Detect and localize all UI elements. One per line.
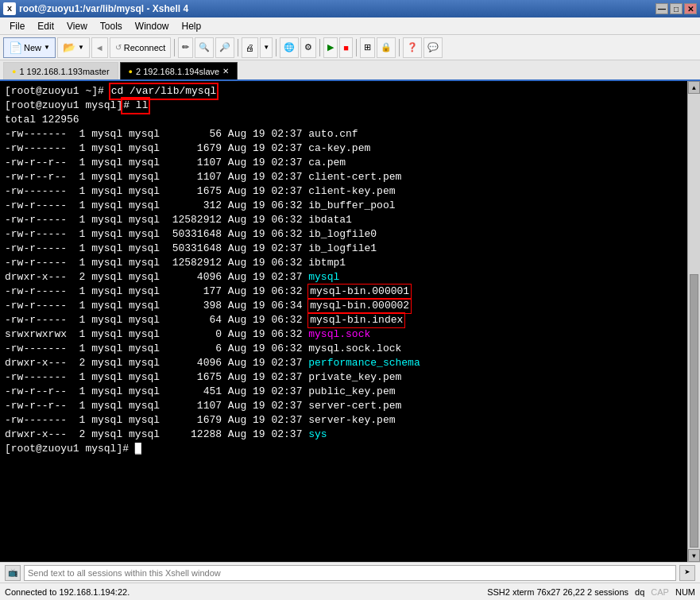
open-button[interactable]: 📂 ▼ <box>57 37 90 58</box>
search-icon: 🔎 <box>219 42 230 52</box>
print-icon: 🖨 <box>246 43 254 52</box>
scrollbar-track <box>688 94 700 549</box>
toolbar-separator-5 <box>356 39 357 56</box>
title-bar-left: X root@zuoyu1:/var/lib/mysql - Xshell 4 <box>3 2 188 15</box>
toolbar-separator-6 <box>399 39 400 56</box>
print-button[interactable]: 🖨 <box>242 37 258 58</box>
zoom-button[interactable]: 🔍 <box>195 37 214 58</box>
send-icon-button[interactable]: 📺 <box>5 565 21 581</box>
connect-icon: ▶ <box>327 42 334 52</box>
lock-icon: 🔒 <box>381 42 392 52</box>
reconnect-button[interactable]: ↺ Reconnect <box>110 37 172 58</box>
back-icon: ◄ <box>95 43 104 52</box>
chat-button[interactable]: 💬 <box>423 37 443 58</box>
connection-status: Connected to 192.168.1.194:22. <box>5 587 130 597</box>
toolbar-separator-3 <box>276 39 277 56</box>
color-icon: 🌐 <box>284 42 295 52</box>
status-bar: Connected to 192.168.1.194:22. SSH2 xter… <box>0 583 700 600</box>
tab-session-2[interactable]: ● 2 192.168.1.194slave ✕ <box>120 62 238 79</box>
toolbar: 📄 New ▼ 📂 ▼ ◄ ↺ Reconnect ✏ 🔍 🔎 🖨 <box>0 35 700 60</box>
window-title: root@zuoyu1:/var/lib/mysql - Xshell 4 <box>19 3 188 14</box>
tab2-close[interactable]: ✕ <box>222 67 229 75</box>
bottom-toolbar: 📺 ➤ <box>0 562 700 583</box>
num-indicator: NUM <box>675 587 695 597</box>
toolbar-separator-2 <box>238 39 238 56</box>
grid-icon: ⊞ <box>364 42 371 52</box>
new-label: New <box>24 43 41 52</box>
toolbar-separator-1 <box>174 39 175 56</box>
toolbar-separator-4 <box>319 39 320 56</box>
title-bar-controls: — □ ✕ <box>656 3 697 14</box>
open-dropdown-arrow: ▼ <box>78 44 84 51</box>
menu-file[interactable]: File <box>3 19 31 33</box>
reconnect-icon: ↺ <box>115 43 122 52</box>
compose-button[interactable]: ✏ <box>178 37 193 58</box>
maximize-button[interactable]: □ <box>670 3 683 14</box>
print-dropdown[interactable]: ▼ <box>260 37 273 58</box>
new-dropdown-arrow: ▼ <box>44 44 50 51</box>
scrollbar-thumb[interactable] <box>690 274 698 548</box>
session-info: SSH2 xterm 76x27 26,22 2 sessions <box>487 587 628 597</box>
menu-help[interactable]: Help <box>176 19 208 33</box>
tab-session-1[interactable]: ● 1 192.168.1.193master <box>3 62 118 79</box>
chat-icon: 💬 <box>427 42 439 52</box>
dq-indicator: dq <box>635 587 644 597</box>
content-area: [root@zuoyu1 ~]# cd /var/lib/mysql [root… <box>0 81 700 562</box>
zoom-icon: 🔍 <box>199 42 210 52</box>
help-button[interactable]: ❓ <box>403 37 422 58</box>
back-button[interactable]: ◄ <box>91 37 108 58</box>
status-right: SSH2 xterm 76x27 26,22 2 sessions dq CAP… <box>487 587 695 597</box>
scrollbar-up[interactable]: ▲ <box>688 81 700 94</box>
minimize-button[interactable]: — <box>656 3 668 14</box>
menu-view[interactable]: View <box>60 19 94 33</box>
settings-icon: ⚙ <box>304 42 312 52</box>
settings-button[interactable]: ⚙ <box>300 37 316 58</box>
menu-window[interactable]: Window <box>129 19 176 33</box>
new-icon: 📄 <box>9 41 21 54</box>
send-arrow-button[interactable]: ➤ <box>679 565 695 581</box>
main-window: X root@zuoyu1:/var/lib/mysql - Xshell 4 … <box>0 0 700 600</box>
help-icon: ❓ <box>407 42 418 52</box>
folder-icon: 📂 <box>63 41 75 54</box>
tab1-indicator: ● <box>12 68 16 75</box>
cap-indicator: CAP <box>651 587 669 597</box>
new-button[interactable]: 📄 New ▼ <box>3 37 56 58</box>
grid-button[interactable]: ⊞ <box>360 37 375 58</box>
search-button[interactable]: 🔎 <box>215 37 234 58</box>
send-text-input[interactable] <box>24 565 676 581</box>
menu-bar: File Edit View Tools Window Help <box>0 17 700 35</box>
line-1: [root@zuoyu1 ~]# cd /var/lib/mysql [root… <box>5 85 420 455</box>
terminal[interactable]: [root@zuoyu1 ~]# cd /var/lib/mysql [root… <box>0 81 687 562</box>
connect-button[interactable]: ▶ <box>323 37 338 58</box>
tab-bar: ● 1 192.168.1.193master ● 2 192.168.1.19… <box>0 60 700 81</box>
title-bar: X root@zuoyu1:/var/lib/mysql - Xshell 4 … <box>0 0 700 17</box>
scrollbar[interactable]: ▲ ▼ <box>687 81 700 562</box>
scrollbar-down[interactable]: ▼ <box>688 549 700 562</box>
reconnect-label: Reconnect <box>124 43 166 52</box>
disconnect-icon: ■ <box>343 43 349 52</box>
disconnect-button[interactable]: ■ <box>339 37 353 58</box>
app-icon: X <box>3 2 16 15</box>
tab1-label: 1 192.168.1.193master <box>19 67 109 76</box>
menu-edit[interactable]: Edit <box>31 19 60 33</box>
color-button[interactable]: 🌐 <box>280 37 299 58</box>
menu-tools[interactable]: Tools <box>94 19 129 33</box>
tab2-indicator: ● <box>129 68 133 75</box>
tab2-label: 2 192.168.1.194slave <box>136 67 219 76</box>
close-button[interactable]: ✕ <box>684 3 697 14</box>
compose-icon: ✏ <box>182 42 189 52</box>
lock-button[interactable]: 🔒 <box>377 37 396 58</box>
